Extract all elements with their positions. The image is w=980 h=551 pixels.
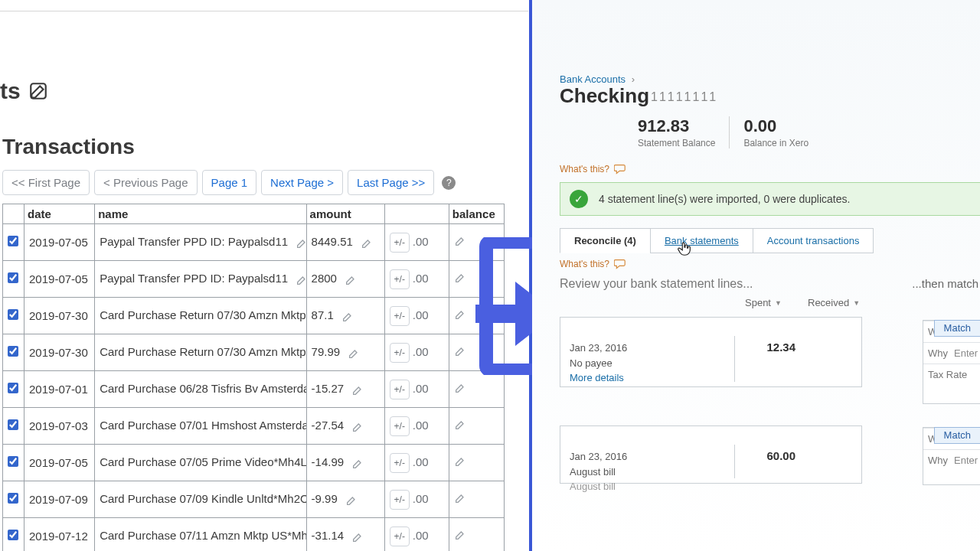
match-tab[interactable]: Match bbox=[934, 320, 980, 337]
tab-reconcile[interactable]: Reconcile (4) bbox=[560, 228, 651, 253]
last-page-button[interactable]: Last Page >> bbox=[348, 170, 434, 195]
match-why-row[interactable]: Why Enter bbox=[923, 342, 980, 364]
statement-line-card[interactable]: Jan 23, 2016 No payee More details 12.34 bbox=[560, 317, 862, 387]
zero-suffix: .00 bbox=[413, 235, 429, 248]
edit-balance-icon[interactable] bbox=[454, 235, 468, 249]
line-detail[interactable]: More details bbox=[570, 370, 731, 386]
edit-title-icon[interactable] bbox=[28, 81, 48, 101]
line-date: Jan 23, 2016 bbox=[570, 341, 731, 356]
row-checkbox[interactable] bbox=[8, 530, 18, 540]
row-amount: 79.99 bbox=[306, 334, 384, 371]
breadcrumb[interactable]: Bank Accounts › bbox=[560, 73, 635, 85]
help-icon[interactable]: ? bbox=[442, 176, 456, 190]
toggle-sign-button[interactable]: +/- bbox=[390, 527, 410, 546]
edit-amount-icon[interactable] bbox=[345, 274, 357, 286]
edit-amount-icon[interactable] bbox=[345, 494, 358, 507]
row-checkbox[interactable] bbox=[8, 456, 18, 467]
zero-suffix: .00 bbox=[413, 492, 429, 505]
row-checkbox[interactable] bbox=[8, 419, 18, 430]
next-page-button[interactable]: Next Page > bbox=[261, 170, 343, 195]
whats-this-link-2[interactable]: What's this? bbox=[560, 259, 626, 269]
col-amount: amount bbox=[306, 204, 384, 224]
toggle-sign-button[interactable]: +/- bbox=[390, 343, 410, 363]
balances: 912.83 Statement Balance 0.00 Balance in… bbox=[624, 116, 822, 148]
row-select[interactable] bbox=[3, 518, 24, 552]
toggle-sign-button[interactable]: +/- bbox=[390, 416, 410, 436]
bank-reconcile-pane: Bank Accounts › Checking 11111111 912.83… bbox=[532, 0, 980, 551]
toggle-sign-button[interactable]: +/- bbox=[390, 490, 410, 510]
row-select[interactable] bbox=[3, 224, 24, 261]
edit-amount-icon[interactable] bbox=[341, 311, 354, 323]
edit-amount-icon[interactable] bbox=[361, 237, 373, 249]
edit-name-icon[interactable] bbox=[296, 274, 306, 286]
tab-account-tx[interactable]: Account transactions bbox=[753, 228, 874, 253]
statement-line-text: Jan 23, 2016 No payee More details bbox=[567, 336, 735, 382]
edit-balance-icon[interactable] bbox=[454, 492, 468, 506]
row-checkbox[interactable] bbox=[8, 383, 18, 393]
row-sign-cell: +/-.00 bbox=[384, 445, 449, 481]
statement-line-card[interactable]: Jan 23, 2016 August bill August bill 60.… bbox=[560, 425, 862, 484]
row-select[interactable] bbox=[3, 261, 24, 298]
row-select[interactable] bbox=[3, 334, 24, 371]
row-checkbox[interactable] bbox=[8, 346, 18, 357]
match-tax-row[interactable]: Tax Rate bbox=[923, 364, 980, 385]
row-checkbox[interactable] bbox=[8, 236, 18, 246]
edit-amount-icon[interactable] bbox=[351, 458, 364, 470]
row-checkbox[interactable] bbox=[8, 272, 18, 283]
zero-suffix: .00 bbox=[413, 272, 429, 285]
why-value: Enter bbox=[954, 455, 978, 466]
banner-text: 4 statement line(s) were imported, 0 wer… bbox=[599, 193, 850, 205]
line-detail: August bill bbox=[570, 479, 731, 494]
row-sign-cell: +/-.00 bbox=[384, 224, 449, 261]
import-success-banner: ✓ 4 statement line(s) were imported, 0 w… bbox=[560, 182, 980, 216]
row-name: Paypal Transfer PPD ID: Paypalsd11 bbox=[95, 261, 306, 298]
edit-balance-icon[interactable] bbox=[454, 272, 468, 285]
row-select[interactable] bbox=[3, 408, 24, 445]
line-date: Jan 23, 2016 bbox=[570, 449, 731, 465]
review-heading: Review your bank statement lines... bbox=[560, 277, 753, 291]
check-circle-icon: ✓ bbox=[570, 190, 588, 208]
edit-name-icon[interactable] bbox=[296, 237, 306, 249]
edit-amount-icon[interactable] bbox=[351, 421, 364, 433]
row-checkbox[interactable] bbox=[8, 493, 18, 504]
row-balance bbox=[449, 371, 504, 408]
toggle-sign-button[interactable]: +/- bbox=[390, 453, 410, 473]
first-page-button[interactable]: << First Page bbox=[2, 170, 90, 195]
line-payee: August bill bbox=[570, 465, 731, 480]
row-select[interactable] bbox=[3, 298, 24, 334]
toggle-sign-button[interactable]: +/- bbox=[390, 380, 410, 399]
edit-amount-icon[interactable] bbox=[351, 531, 364, 543]
match-block: Match Who Name Why Enter Tax Rate bbox=[923, 320, 980, 404]
edit-balance-icon[interactable] bbox=[454, 382, 468, 396]
row-select[interactable] bbox=[3, 371, 24, 408]
breadcrumb-link[interactable]: Bank Accounts bbox=[560, 73, 626, 85]
received-dropdown[interactable]: Received▼ bbox=[808, 297, 860, 308]
whats-this-link[interactable]: What's this? bbox=[560, 164, 626, 174]
balance-in-xero-label: Balance in Xero bbox=[743, 138, 808, 148]
prev-page-button[interactable]: < Previous Page bbox=[94, 170, 198, 195]
zero-suffix: .00 bbox=[413, 419, 429, 432]
tab-statements[interactable]: Bank statements bbox=[650, 228, 753, 253]
toggle-sign-button[interactable]: +/- bbox=[390, 233, 410, 253]
edit-balance-icon[interactable] bbox=[454, 419, 468, 432]
row-date: 2019-07-05 bbox=[24, 224, 95, 261]
edit-balance-icon[interactable] bbox=[454, 308, 468, 322]
row-balance bbox=[449, 261, 504, 298]
row-select[interactable] bbox=[3, 445, 24, 481]
edit-balance-icon[interactable] bbox=[454, 529, 468, 543]
spent-dropdown[interactable]: Spent▼ bbox=[745, 297, 782, 308]
row-select[interactable] bbox=[3, 481, 24, 518]
row-amount: -14.99 bbox=[306, 445, 384, 481]
toggle-sign-button[interactable]: +/- bbox=[390, 306, 410, 326]
toggle-sign-button[interactable]: +/- bbox=[390, 269, 410, 289]
match-why-row[interactable]: Why Enter bbox=[923, 449, 980, 471]
current-page[interactable]: Page 1 bbox=[202, 170, 257, 195]
row-balance bbox=[449, 408, 504, 445]
row-checkbox[interactable] bbox=[8, 309, 18, 320]
edit-balance-icon[interactable] bbox=[454, 345, 468, 359]
row-sign-cell: +/-.00 bbox=[384, 371, 449, 408]
match-tab[interactable]: Match bbox=[934, 427, 980, 444]
edit-amount-icon[interactable] bbox=[351, 384, 364, 396]
edit-amount-icon[interactable] bbox=[348, 347, 360, 360]
edit-balance-icon[interactable] bbox=[454, 455, 468, 469]
